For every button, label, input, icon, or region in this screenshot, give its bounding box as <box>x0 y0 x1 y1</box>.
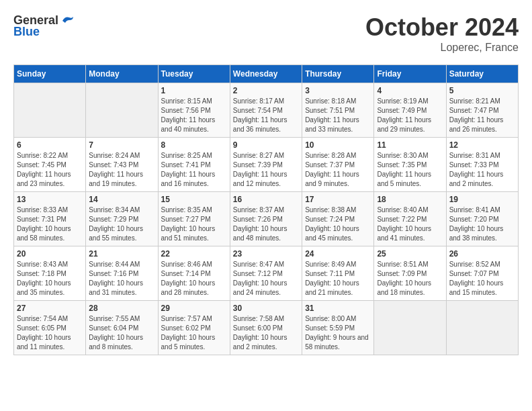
day-number: 19 <box>449 195 515 204</box>
day-detail: Sunrise: 8:40 AMSunset: 7:22 PMDaylight:… <box>377 205 443 243</box>
calendar-cell: 11Sunrise: 8:30 AMSunset: 7:35 PMDayligh… <box>374 138 446 192</box>
calendar-cell: 24Sunrise: 8:49 AMSunset: 7:11 PMDayligh… <box>302 246 374 301</box>
day-number: 28 <box>89 304 154 313</box>
calendar-cell: 29Sunrise: 7:57 AMSunset: 6:02 PMDayligh… <box>158 301 230 355</box>
day-detail: Sunrise: 8:46 AMSunset: 7:14 PMDaylight:… <box>161 260 227 298</box>
calendar-cell: 4Sunrise: 8:19 AMSunset: 7:49 PMDaylight… <box>374 83 446 138</box>
calendar-cell: 23Sunrise: 8:47 AMSunset: 7:12 PMDayligh… <box>230 246 302 301</box>
day-number: 22 <box>161 249 227 259</box>
day-number: 13 <box>17 195 83 204</box>
calendar-cell: 21Sunrise: 8:44 AMSunset: 7:16 PMDayligh… <box>86 246 158 301</box>
month-title: October 2024 <box>365 13 519 42</box>
day-detail: Sunrise: 8:17 AMSunset: 7:54 PMDaylight:… <box>233 97 299 134</box>
calendar-cell <box>374 301 446 355</box>
day-detail: Sunrise: 8:51 AMSunset: 7:09 PMDaylight:… <box>377 260 443 298</box>
day-detail: Sunrise: 8:21 AMSunset: 7:47 PMDaylight:… <box>449 97 515 134</box>
day-detail: Sunrise: 8:52 AMSunset: 7:07 PMDaylight:… <box>449 260 515 298</box>
day-number: 18 <box>377 195 443 204</box>
day-number: 10 <box>305 140 371 150</box>
day-number: 12 <box>449 140 515 150</box>
day-detail: Sunrise: 8:25 AMSunset: 7:41 PMDaylight:… <box>161 151 227 189</box>
calendar-cell: 5Sunrise: 8:21 AMSunset: 7:47 PMDaylight… <box>446 83 518 138</box>
day-detail: Sunrise: 8:34 AMSunset: 7:29 PMDaylight:… <box>89 205 154 243</box>
page-header: General Blue October 2024 Loperec, Franc… <box>13 13 519 54</box>
day-number: 8 <box>161 140 227 150</box>
day-detail: Sunrise: 8:24 AMSunset: 7:43 PMDaylight:… <box>89 151 154 189</box>
day-detail: Sunrise: 8:30 AMSunset: 7:35 PMDaylight:… <box>377 151 443 189</box>
day-detail: Sunrise: 7:58 AMSunset: 6:00 PMDaylight:… <box>233 314 299 352</box>
calendar-week-row: 13Sunrise: 8:33 AMSunset: 7:31 PMDayligh… <box>14 192 519 246</box>
day-number: 2 <box>233 86 299 95</box>
day-detail: Sunrise: 8:27 AMSunset: 7:39 PMDaylight:… <box>233 151 299 189</box>
calendar-cell: 3Sunrise: 8:18 AMSunset: 7:51 PMDaylight… <box>302 83 374 138</box>
day-number: 24 <box>305 249 371 259</box>
calendar-week-row: 6Sunrise: 8:22 AMSunset: 7:45 PMDaylight… <box>14 138 519 192</box>
day-detail: Sunrise: 8:41 AMSunset: 7:20 PMDaylight:… <box>449 205 515 243</box>
calendar-cell: 25Sunrise: 8:51 AMSunset: 7:09 PMDayligh… <box>374 246 446 301</box>
calendar-cell: 16Sunrise: 8:37 AMSunset: 7:26 PMDayligh… <box>230 192 302 246</box>
day-number: 16 <box>233 195 299 204</box>
day-number: 1 <box>161 86 227 95</box>
weekday-header-sunday: Sunday <box>14 65 86 83</box>
day-number: 27 <box>17 304 83 313</box>
weekday-header-wednesday: Wednesday <box>230 65 302 83</box>
calendar-cell: 7Sunrise: 8:24 AMSunset: 7:43 PMDaylight… <box>86 138 158 192</box>
day-number: 21 <box>89 249 154 259</box>
day-number: 15 <box>161 195 227 204</box>
day-detail: Sunrise: 8:00 AMSunset: 5:59 PMDaylight:… <box>305 314 371 352</box>
day-detail: Sunrise: 8:18 AMSunset: 7:51 PMDaylight:… <box>305 97 371 134</box>
calendar-cell: 19Sunrise: 8:41 AMSunset: 7:20 PMDayligh… <box>446 192 518 246</box>
calendar-cell: 8Sunrise: 8:25 AMSunset: 7:41 PMDaylight… <box>158 138 230 192</box>
calendar-cell <box>14 83 86 138</box>
calendar-table: SundayMondayTuesdayWednesdayThursdayFrid… <box>13 64 519 355</box>
calendar-cell: 6Sunrise: 8:22 AMSunset: 7:45 PMDaylight… <box>14 138 86 192</box>
day-detail: Sunrise: 8:28 AMSunset: 7:37 PMDaylight:… <box>305 151 371 189</box>
day-number: 4 <box>377 86 443 95</box>
day-detail: Sunrise: 8:44 AMSunset: 7:16 PMDaylight:… <box>89 260 154 298</box>
day-detail: Sunrise: 8:15 AMSunset: 7:56 PMDaylight:… <box>161 97 227 134</box>
day-number: 31 <box>305 304 371 313</box>
day-detail: Sunrise: 8:38 AMSunset: 7:24 PMDaylight:… <box>305 205 371 243</box>
day-number: 3 <box>305 86 371 95</box>
calendar-cell: 31Sunrise: 8:00 AMSunset: 5:59 PMDayligh… <box>302 301 374 355</box>
weekday-header-thursday: Thursday <box>302 65 374 83</box>
day-number: 5 <box>449 86 515 95</box>
day-detail: Sunrise: 7:54 AMSunset: 6:05 PMDaylight:… <box>17 314 83 352</box>
weekday-header-friday: Friday <box>374 65 446 83</box>
calendar-cell: 30Sunrise: 7:58 AMSunset: 6:00 PMDayligh… <box>230 301 302 355</box>
day-detail: Sunrise: 8:47 AMSunset: 7:12 PMDaylight:… <box>233 260 299 298</box>
day-number: 25 <box>377 249 443 259</box>
day-detail: Sunrise: 8:35 AMSunset: 7:27 PMDaylight:… <box>161 205 227 243</box>
weekday-header-row: SundayMondayTuesdayWednesdayThursdayFrid… <box>14 65 519 83</box>
calendar-cell: 12Sunrise: 8:31 AMSunset: 7:33 PMDayligh… <box>446 138 518 192</box>
calendar-cell: 17Sunrise: 8:38 AMSunset: 7:24 PMDayligh… <box>302 192 374 246</box>
calendar-cell: 10Sunrise: 8:28 AMSunset: 7:37 PMDayligh… <box>302 138 374 192</box>
calendar-cell: 27Sunrise: 7:54 AMSunset: 6:05 PMDayligh… <box>14 301 86 355</box>
logo-blue: Blue <box>13 25 40 39</box>
day-number: 9 <box>233 140 299 150</box>
calendar-cell: 15Sunrise: 8:35 AMSunset: 7:27 PMDayligh… <box>158 192 230 246</box>
calendar-cell: 18Sunrise: 8:40 AMSunset: 7:22 PMDayligh… <box>374 192 446 246</box>
calendar-cell: 28Sunrise: 7:55 AMSunset: 6:04 PMDayligh… <box>86 301 158 355</box>
day-detail: Sunrise: 8:33 AMSunset: 7:31 PMDaylight:… <box>17 205 83 243</box>
day-number: 20 <box>17 249 83 259</box>
day-detail: Sunrise: 8:19 AMSunset: 7:49 PMDaylight:… <box>377 97 443 134</box>
day-number: 26 <box>449 249 515 259</box>
calendar-cell <box>86 83 158 138</box>
calendar-week-row: 1Sunrise: 8:15 AMSunset: 7:56 PMDaylight… <box>14 83 519 138</box>
weekday-header-tuesday: Tuesday <box>158 65 230 83</box>
calendar-week-row: 20Sunrise: 8:43 AMSunset: 7:18 PMDayligh… <box>14 246 519 301</box>
day-number: 14 <box>89 195 154 204</box>
day-number: 29 <box>161 304 227 313</box>
weekday-header-saturday: Saturday <box>446 65 518 83</box>
location: Loperec, France <box>365 42 519 54</box>
logo: General Blue <box>13 13 75 39</box>
day-number: 6 <box>17 140 83 150</box>
day-number: 7 <box>89 140 154 150</box>
day-detail: Sunrise: 7:57 AMSunset: 6:02 PMDaylight:… <box>161 314 227 352</box>
calendar-cell <box>446 301 518 355</box>
logo-bird-icon <box>60 15 75 27</box>
title-block: October 2024 Loperec, France <box>365 13 519 54</box>
day-number: 30 <box>233 304 299 313</box>
day-detail: Sunrise: 8:22 AMSunset: 7:45 PMDaylight:… <box>17 151 83 189</box>
